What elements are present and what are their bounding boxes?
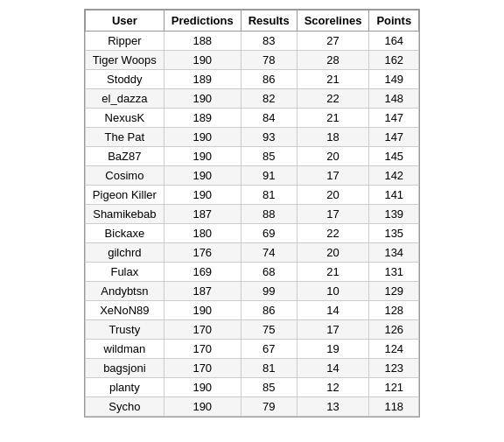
user-cell: Bickaxe bbox=[85, 224, 164, 243]
data-cell: 74 bbox=[241, 243, 297, 263]
table-row: XeNoN891908614128 bbox=[85, 301, 418, 320]
data-cell: 145 bbox=[369, 147, 419, 166]
leaderboard-table: UserPredictionsResultsScorelinesPoints R… bbox=[84, 9, 420, 417]
table-row: The Pat1909318147 bbox=[85, 128, 418, 147]
table-row: Trusty1707517126 bbox=[85, 320, 418, 340]
data-cell: 91 bbox=[241, 166, 297, 186]
data-cell: 27 bbox=[297, 32, 369, 51]
user-cell: Stoddy bbox=[85, 70, 164, 89]
user-cell: Shamikebab bbox=[85, 205, 164, 224]
data-cell: 67 bbox=[241, 340, 297, 359]
data-cell: 162 bbox=[369, 51, 419, 70]
data-cell: 190 bbox=[164, 397, 241, 417]
table-row: wildman1706719124 bbox=[85, 340, 418, 359]
table-row: el_dazza1908222148 bbox=[85, 89, 418, 109]
table-row: Ripper1888327164 bbox=[85, 32, 418, 51]
table-row: Fulax1696821131 bbox=[85, 263, 418, 282]
table-row: bagsjoni1708114123 bbox=[85, 359, 418, 378]
table-row: Bickaxe1806922135 bbox=[85, 224, 418, 243]
data-cell: 135 bbox=[369, 224, 419, 243]
data-cell: 141 bbox=[369, 186, 419, 205]
data-cell: 85 bbox=[241, 147, 297, 166]
data-cell: 88 bbox=[241, 205, 297, 224]
data-cell: 19 bbox=[297, 340, 369, 359]
table-row: Pigeon Killer1908120141 bbox=[85, 186, 418, 205]
user-cell: The Pat bbox=[85, 128, 164, 147]
data-cell: 121 bbox=[369, 378, 419, 397]
user-cell: XeNoN89 bbox=[85, 301, 164, 320]
data-cell: 190 bbox=[164, 301, 241, 320]
table-row: Sycho1907913118 bbox=[85, 397, 418, 417]
user-cell: NexusK bbox=[85, 109, 164, 128]
data-cell: 134 bbox=[369, 243, 419, 263]
data-cell: 131 bbox=[369, 263, 419, 282]
data-cell: 14 bbox=[297, 301, 369, 320]
data-cell: 190 bbox=[164, 186, 241, 205]
user-cell: Andybtsn bbox=[85, 282, 164, 301]
data-cell: 93 bbox=[241, 128, 297, 147]
data-cell: 17 bbox=[297, 205, 369, 224]
data-cell: 147 bbox=[369, 109, 419, 128]
data-cell: 28 bbox=[297, 51, 369, 70]
table-row: Stoddy1898621149 bbox=[85, 70, 418, 89]
column-header-scorelines: Scorelines bbox=[297, 11, 369, 32]
user-cell: el_dazza bbox=[85, 89, 164, 109]
data-cell: 164 bbox=[369, 32, 419, 51]
data-cell: 21 bbox=[297, 70, 369, 89]
data-cell: 190 bbox=[164, 166, 241, 186]
data-cell: 68 bbox=[241, 263, 297, 282]
table-row: planty1908512121 bbox=[85, 378, 418, 397]
user-cell: Trusty bbox=[85, 320, 164, 340]
user-cell: planty bbox=[85, 378, 164, 397]
user-cell: Fulax bbox=[85, 263, 164, 282]
table-row: Andybtsn1879910129 bbox=[85, 282, 418, 301]
data-cell: 21 bbox=[297, 109, 369, 128]
data-cell: 142 bbox=[369, 166, 419, 186]
data-cell: 190 bbox=[164, 378, 241, 397]
data-cell: 20 bbox=[297, 147, 369, 166]
data-cell: 83 bbox=[241, 32, 297, 51]
data-cell: 170 bbox=[164, 359, 241, 378]
data-cell: 18 bbox=[297, 128, 369, 147]
data-cell: 170 bbox=[164, 340, 241, 359]
user-cell: Ripper bbox=[85, 32, 164, 51]
table-row: BaZ871908520145 bbox=[85, 147, 418, 166]
table-row: Shamikebab1878817139 bbox=[85, 205, 418, 224]
data-cell: 14 bbox=[297, 359, 369, 378]
data-cell: 12 bbox=[297, 378, 369, 397]
data-cell: 85 bbox=[241, 378, 297, 397]
data-cell: 170 bbox=[164, 320, 241, 340]
data-cell: 20 bbox=[297, 243, 369, 263]
data-cell: 21 bbox=[297, 263, 369, 282]
data-cell: 147 bbox=[369, 128, 419, 147]
data-cell: 82 bbox=[241, 89, 297, 109]
data-cell: 75 bbox=[241, 320, 297, 340]
data-cell: 99 bbox=[241, 282, 297, 301]
data-cell: 187 bbox=[164, 282, 241, 301]
data-cell: 176 bbox=[164, 243, 241, 263]
data-cell: 78 bbox=[241, 51, 297, 70]
data-cell: 180 bbox=[164, 224, 241, 243]
data-cell: 13 bbox=[297, 397, 369, 417]
column-header-results: Results bbox=[241, 11, 297, 32]
data-cell: 118 bbox=[369, 397, 419, 417]
data-cell: 69 bbox=[241, 224, 297, 243]
data-cell: 126 bbox=[369, 320, 419, 340]
data-cell: 17 bbox=[297, 320, 369, 340]
user-cell: Tiger Woops bbox=[85, 51, 164, 70]
user-cell: Cosimo bbox=[85, 166, 164, 186]
table-row: Cosimo1909117142 bbox=[85, 166, 418, 186]
table-row: Tiger Woops1907828162 bbox=[85, 51, 418, 70]
data-cell: 189 bbox=[164, 70, 241, 89]
data-cell: 190 bbox=[164, 128, 241, 147]
data-cell: 190 bbox=[164, 89, 241, 109]
data-cell: 22 bbox=[297, 224, 369, 243]
user-cell: gilchrd bbox=[85, 243, 164, 263]
data-cell: 187 bbox=[164, 205, 241, 224]
user-cell: BaZ87 bbox=[85, 147, 164, 166]
column-header-predictions: Predictions bbox=[164, 11, 241, 32]
table-row: NexusK1898421147 bbox=[85, 109, 418, 128]
data-cell: 169 bbox=[164, 263, 241, 282]
data-cell: 10 bbox=[297, 282, 369, 301]
data-cell: 124 bbox=[369, 340, 419, 359]
